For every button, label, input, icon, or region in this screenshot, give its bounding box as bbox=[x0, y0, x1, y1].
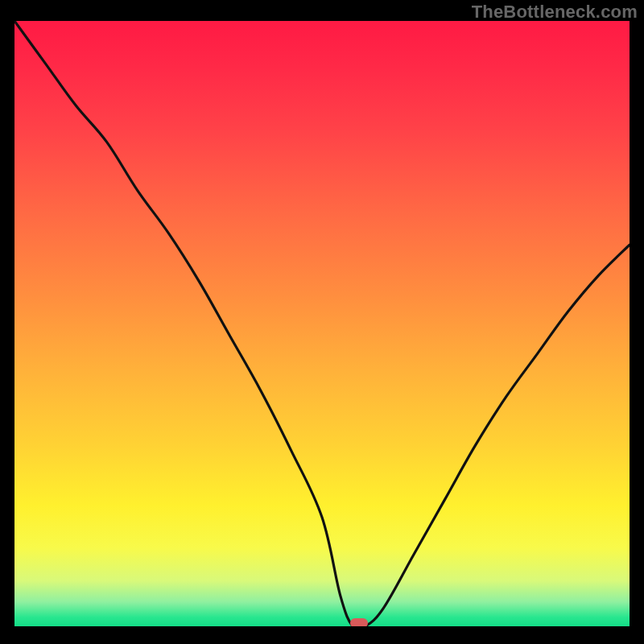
plot-area bbox=[14, 21, 630, 626]
watermark-text: TheBottleneck.com bbox=[472, 2, 638, 23]
bottleneck-curve bbox=[14, 21, 630, 626]
optimum-marker bbox=[350, 618, 368, 626]
chart-frame: TheBottleneck.com bbox=[0, 0, 644, 644]
